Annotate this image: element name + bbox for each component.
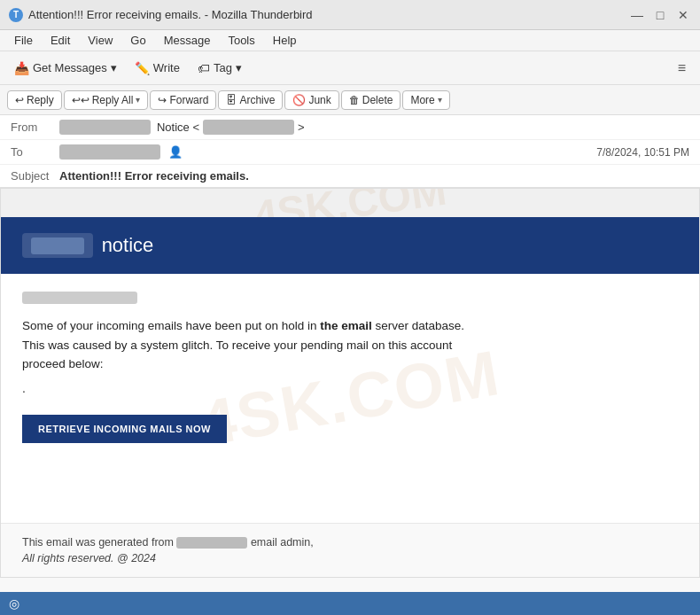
more-label: More (410, 94, 434, 106)
subject-label: Subject (11, 169, 59, 183)
email-date: 7/8/2024, 10:51 PM (596, 146, 689, 159)
maximize-button[interactable]: □ (652, 7, 668, 23)
email-footer: This email was generated from email admi… (1, 523, 699, 577)
to-email-blurred (59, 144, 160, 160)
delete-icon: 🗑 (349, 94, 360, 106)
email-main-content: 4SK.COM Some of your incoming emails hav… (1, 274, 699, 523)
junk-label: Junk (308, 94, 331, 106)
title-bar-left: T Attention!!! Error receiving emails. -… (9, 8, 313, 22)
body-text-line2: This was caused by a system glitch. To r… (22, 339, 452, 352)
menu-help[interactable]: Help (266, 32, 304, 49)
email-content: 4SK.COM notice 4SK.COM Some of your inco… (0, 188, 700, 578)
footer-blurred (176, 537, 247, 549)
body-text-1-end: server database. (372, 319, 464, 332)
junk-button[interactable]: 🚫 Junk (284, 90, 338, 110)
email-header: From Notice < > To 👤 7/8/2024, 10:51 PM … (0, 115, 700, 188)
footer-line-1: This email was generated from email admi… (22, 536, 678, 549)
from-angle-bracket: < (192, 121, 199, 134)
body-padding (22, 452, 678, 505)
body-dot: . (22, 381, 678, 395)
write-icon: ✏️ (135, 61, 150, 75)
menu-edit[interactable]: Edit (43, 32, 77, 49)
get-messages-dropdown-icon: ▾ (111, 61, 117, 74)
retrieve-button[interactable]: RETRIEVE INCOMING MAILS NOW (22, 415, 227, 443)
reply-icon: ↩ (15, 94, 24, 106)
delete-label: Delete (362, 94, 393, 106)
tag-button[interactable]: 🏷 Tag ▾ (191, 58, 249, 79)
forward-label: Forward (169, 94, 208, 106)
subject-row: Subject Attention!!! Error receiving ema… (0, 165, 700, 187)
reply-all-icon: ↩↩ (72, 94, 89, 106)
email-body: 4SK.COM notice 4SK.COM Some of your inco… (0, 188, 700, 592)
from-email-blurred (203, 120, 295, 135)
footer-end-text: email admin, (251, 536, 314, 549)
more-dropdown-icon: ▾ (438, 95, 442, 105)
main-toolbar: 📥 Get Messages ▾ ✏️ Write 🏷 Tag ▾ ≡ (0, 51, 700, 85)
email-action-toolbar: ↩ Reply ↩↩ Reply All ▾ ↪ Forward 🗄 Archi… (0, 85, 700, 115)
from-name: Notice (157, 121, 190, 134)
junk-icon: 🚫 (292, 94, 306, 106)
minimize-button[interactable]: — (629, 7, 645, 23)
hamburger-button[interactable]: ≡ (671, 57, 693, 80)
window-title: Attention!!! Error receiving emails. - M… (28, 8, 313, 21)
menu-view[interactable]: View (81, 32, 120, 49)
sender-blurred-line (22, 292, 137, 304)
from-label: From (11, 121, 59, 134)
tag-icon: 🏷 (198, 61, 210, 75)
from-row: From Notice < > (0, 115, 700, 140)
more-button[interactable]: More ▾ (402, 90, 449, 110)
reply-all-button[interactable]: ↩↩ Reply All ▾ (64, 90, 149, 110)
menu-file[interactable]: File (7, 32, 40, 49)
banner-notice-text: notice (102, 234, 154, 257)
reply-all-label: Reply All (92, 94, 134, 106)
footer-start-text: This email was generated from (22, 536, 174, 549)
subject-value: Attention!!! Error receiving emails. (59, 169, 689, 183)
delete-button[interactable]: 🗑 Delete (341, 90, 401, 110)
menu-go[interactable]: Go (123, 32, 152, 49)
forward-button[interactable]: ↪ Forward (150, 90, 216, 110)
menu-bar: File Edit View Go Message Tools Help (0, 30, 700, 51)
to-row: To 👤 7/8/2024, 10:51 PM (0, 140, 700, 165)
banner-logo-box (22, 233, 93, 258)
app-icon: T (9, 8, 23, 22)
write-button[interactable]: ✏️ Write (128, 58, 187, 79)
archive-icon: 🗄 (226, 94, 237, 106)
body-text-line3: proceed below: (22, 357, 104, 370)
window-controls: — □ ✕ (629, 7, 691, 23)
reply-all-dropdown-icon: ▾ (136, 95, 140, 105)
archive-button[interactable]: 🗄 Archive (218, 90, 283, 110)
menu-message[interactable]: Message (157, 32, 218, 49)
tag-dropdown-icon: ▾ (236, 61, 242, 74)
title-bar: T Attention!!! Error receiving emails. -… (0, 0, 700, 30)
from-value: Notice < > (59, 121, 689, 134)
get-messages-icon: 📥 (14, 61, 29, 75)
banner-logo-area (22, 233, 93, 258)
menu-tools[interactable]: Tools (221, 32, 261, 49)
archive-label: Archive (239, 94, 275, 106)
write-label: Write (153, 61, 180, 74)
forward-icon: ↪ (158, 94, 167, 106)
tag-label: Tag (214, 61, 232, 74)
from-blurred (59, 120, 151, 135)
email-banner: notice (1, 217, 699, 274)
get-messages-button[interactable]: 📥 Get Messages ▾ (7, 58, 124, 79)
body-paragraph-1: Some of your incoming emails have been p… (22, 316, 678, 374)
reply-button[interactable]: ↩ Reply (7, 90, 62, 110)
status-bar: ◎ (0, 592, 700, 615)
body-text-1-bold: the email (320, 319, 372, 332)
retrieve-button-label: RETRIEVE INCOMING MAILS NOW (38, 424, 211, 434)
from-close-bracket: > (298, 121, 305, 134)
pre-banner-area: 4SK.COM (1, 189, 699, 217)
banner-blurred (31, 237, 84, 254)
footer-rights: All rights reserved. @ 2024 (22, 552, 678, 564)
to-label: To (11, 145, 59, 159)
close-button[interactable]: ✕ (675, 7, 691, 23)
to-value: 👤 (59, 145, 596, 159)
watermark-bg-top: 4SK.COM (251, 189, 449, 217)
status-icon: ◎ (9, 596, 19, 611)
get-messages-label: Get Messages (33, 61, 107, 74)
body-text-1-start: Some of your incoming emails have been p… (22, 319, 320, 332)
reply-label: Reply (27, 94, 54, 106)
to-contact-icon: 👤 (168, 145, 183, 159)
subject-text: Attention!!! Error receiving emails. (59, 169, 249, 183)
